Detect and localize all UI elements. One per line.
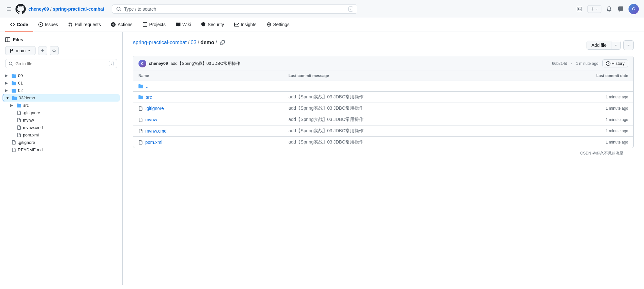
notifications-button[interactable] (605, 5, 613, 13)
tab-actions[interactable]: Actions (106, 18, 138, 32)
user-avatar[interactable]: C (629, 4, 639, 14)
tab-pull-requests[interactable]: Pull requests (63, 18, 106, 32)
terminal-button[interactable] (576, 5, 583, 13)
file-icon (17, 133, 21, 137)
file-icon (12, 140, 16, 144)
file-name-link[interactable]: mvnw (145, 117, 157, 122)
tree-item-gitignore-inner[interactable]: .gitignore (3, 109, 120, 116)
breadcrumb-folder-03[interactable]: 03 (191, 40, 197, 45)
chevron-right-icon: ▶ (10, 103, 15, 107)
main-layout: Files main t ▶ (0, 32, 644, 285)
tab-code[interactable]: Code (5, 18, 33, 32)
tree-item-01[interactable]: ▶ 01 (3, 79, 120, 87)
commit-date-cell: 1 minute ago (533, 125, 633, 137)
file-entry: mvnw (138, 117, 278, 122)
tree-label-mvnw: mvnw (23, 118, 34, 123)
file-tree: ▶ 00 ▶ 01 ▶ 02 ▼ 03/demo (0, 72, 122, 154)
folder-icon (12, 74, 16, 78)
chevron-right-icon: ▶ (5, 74, 10, 78)
file-name-link[interactable]: pom.xml (145, 140, 162, 145)
chevron-down-icon: ▼ (6, 96, 10, 100)
repo-name-link[interactable]: spring-practical-combat (53, 6, 104, 12)
issue-icon (38, 22, 43, 27)
commit-time-ago: 1 minute ago (576, 61, 598, 66)
file-name-link[interactable]: .. (146, 84, 148, 89)
tree-item-mvnw-cmd[interactable]: mvnw.cmd (3, 124, 120, 131)
commit-author-name[interactable]: cheney09 (149, 61, 168, 66)
tab-insights[interactable]: Insights (229, 18, 261, 32)
tree-label-pom-xml: pom.xml (23, 133, 39, 137)
tree-item-03-demo[interactable]: ▼ 03/demo (3, 94, 120, 102)
sidebar-search[interactable]: t (5, 59, 117, 68)
add-file-chevron-icon[interactable] (611, 42, 620, 49)
repo-path: cheney09 / spring-practical-combat (28, 6, 104, 12)
commit-date-cell: 1 minute ago (533, 137, 633, 148)
footer: CSDN @好久不见的流星 (133, 148, 634, 159)
file-icon (17, 118, 21, 122)
folder-icon (138, 84, 143, 89)
hamburger-button[interactable] (5, 5, 13, 13)
tree-item-gitignore-root[interactable]: .gitignore (3, 139, 120, 146)
file-icon (138, 129, 143, 133)
tree-item-src[interactable]: ▶ src (3, 102, 120, 109)
commit-date-cell: 1 minute ago (533, 92, 633, 103)
breadcrumb-repo-link[interactable]: spring-practical-combat (133, 40, 187, 45)
tab-issues-label: Issues (45, 22, 58, 27)
table-row: .gitignoreadd【Spring实战】03 JDBC常用操作1 minu… (133, 103, 633, 114)
tab-issues[interactable]: Issues (33, 18, 63, 32)
col-header-name: Name (133, 71, 283, 81)
tree-item-mvnw[interactable]: mvnw (3, 116, 120, 124)
tab-insights-label: Insights (241, 22, 256, 27)
tab-code-label: Code (17, 22, 28, 27)
tree-label-03-demo: 03/demo (19, 95, 35, 100)
table-row: .. (133, 81, 633, 92)
search-bar[interactable]: Type / to search / (112, 5, 357, 14)
footer-text: CSDN @好久不见的流星 (580, 151, 623, 155)
file-name-link[interactable]: mvnw.cmd (145, 128, 167, 134)
tab-wiki-label: Wiki (182, 22, 191, 27)
breadcrumb-current-folder: demo (200, 40, 214, 45)
tree-item-readme[interactable]: README.md (3, 146, 120, 154)
tab-projects-label: Projects (149, 22, 166, 27)
file-entry: pom.xml (138, 140, 278, 145)
copy-path-button[interactable] (218, 40, 227, 45)
messages-button[interactable] (617, 5, 625, 13)
tree-label-mvnw-cmd: mvnw.cmd (23, 125, 43, 130)
sidebar: Files main t ▶ (0, 32, 123, 285)
username-link[interactable]: cheney09 (28, 6, 49, 12)
tab-security[interactable]: Security (196, 18, 229, 32)
tab-settings-label: Settings (273, 22, 290, 27)
tree-item-00[interactable]: ▶ 00 (3, 72, 120, 79)
add-file-button[interactable]: Add file (587, 41, 621, 50)
more-options-button[interactable]: ··· (623, 40, 634, 50)
search-tree-button[interactable] (50, 46, 59, 55)
tree-item-pom-xml[interactable]: pom.xml (3, 131, 120, 139)
tab-security-label: Security (208, 22, 224, 27)
commit-hash-text[interactable]: 66b214d (552, 61, 567, 66)
tree-label-01: 01 (18, 81, 23, 85)
add-branch-button[interactable] (38, 46, 47, 55)
commit-message-text: add【Spring实战】03 JDBC常用操作 (170, 61, 240, 66)
panel-icon (5, 37, 10, 42)
tree-item-02[interactable]: ▶ 02 (3, 87, 120, 94)
sidebar-header: Files (0, 37, 122, 46)
file-entry: mvnw.cmd (138, 128, 278, 134)
add-file-label[interactable]: Add file (587, 41, 611, 49)
tab-wiki[interactable]: Wiki (171, 18, 196, 32)
history-button[interactable]: History (602, 59, 628, 67)
branch-dropdown[interactable]: main (5, 46, 36, 55)
file-name-link[interactable]: src (146, 95, 152, 100)
file-name-link[interactable]: .gitignore (145, 106, 164, 111)
tab-settings[interactable]: Settings (261, 18, 295, 32)
chevron-down-icon (27, 49, 31, 53)
insights-icon (234, 22, 239, 27)
github-logo[interactable] (15, 4, 26, 14)
tab-projects[interactable]: Projects (138, 18, 171, 32)
file-icon (17, 125, 21, 130)
projects-icon (143, 22, 147, 27)
search-shortcut-badge: / (348, 6, 353, 12)
goto-file-input[interactable] (15, 61, 106, 66)
col-header-message: Last commit message (283, 71, 534, 81)
create-new-button[interactable] (587, 5, 601, 13)
commit-author-avatar[interactable]: C (138, 60, 146, 67)
